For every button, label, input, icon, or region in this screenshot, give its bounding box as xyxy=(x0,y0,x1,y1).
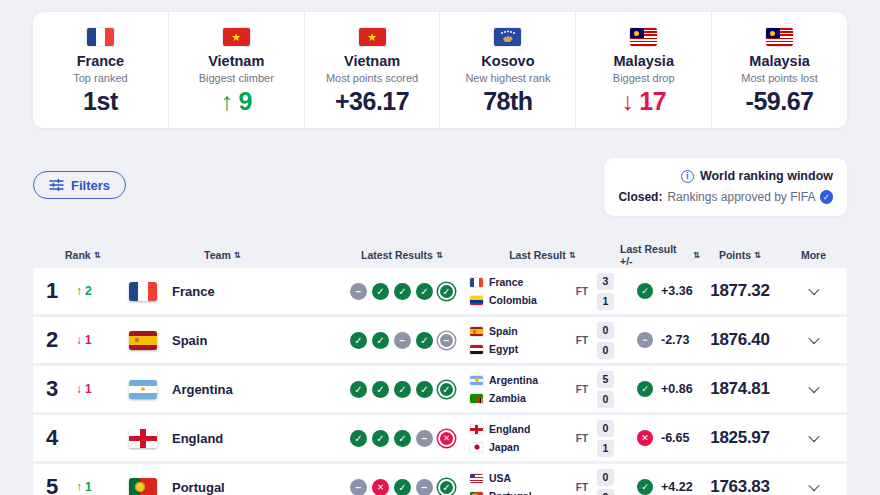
team-flag-icon xyxy=(129,429,157,448)
stat-value: +36.17 xyxy=(335,87,409,116)
up-arrow-icon xyxy=(221,87,233,116)
delta-result-icon xyxy=(637,479,653,495)
result-icon xyxy=(438,283,455,300)
chevron-down-icon[interactable] xyxy=(808,431,819,442)
stat-label: Biggest drop xyxy=(613,72,675,84)
sort-icon: ⇅ xyxy=(436,250,443,260)
away-flag-icon xyxy=(470,492,483,495)
result-icon xyxy=(372,381,389,398)
stat-value: 17 xyxy=(621,87,666,116)
stat-country: Vietnam xyxy=(208,53,264,69)
stat-label: New highest rank xyxy=(465,72,550,84)
home-flag-icon xyxy=(470,376,483,385)
header-last-result-delta[interactable]: Last Result +/-⇅ xyxy=(620,243,700,267)
chevron-down-icon[interactable] xyxy=(808,382,819,393)
home-team-name: Argentina xyxy=(489,374,538,386)
result-icon xyxy=(416,283,433,300)
away-flag-icon xyxy=(470,345,483,354)
header-latest-results[interactable]: Latest Results⇅ xyxy=(290,249,465,261)
stat-value: 9 xyxy=(221,87,252,116)
result-icon xyxy=(372,430,389,447)
result-icon xyxy=(438,430,455,447)
rank-number: 5 xyxy=(46,474,68,495)
result-icon xyxy=(438,479,455,495)
header-rank[interactable]: Rank⇅ xyxy=(33,249,115,261)
latest-results xyxy=(290,381,465,398)
stat-value: 1st xyxy=(83,87,118,116)
team-flag-icon xyxy=(129,478,157,495)
filters-label: Filters xyxy=(71,178,110,193)
result-icon xyxy=(438,381,455,398)
last-result: USA Portugal FT 02 xyxy=(465,469,620,495)
result-icon xyxy=(350,283,367,300)
home-score: 3 xyxy=(597,273,614,290)
table-row-france[interactable]: 12 France France Colombia FT 31 +3.36 18… xyxy=(33,268,847,314)
fifa-verified-icon xyxy=(820,190,834,204)
rank-number: 3 xyxy=(46,376,68,402)
team-name: Argentina xyxy=(172,382,233,397)
rank-change-arrow-icon xyxy=(76,333,82,347)
result-icon xyxy=(416,430,433,447)
chevron-down-icon[interactable] xyxy=(808,284,819,295)
header-team[interactable]: Team⇅ xyxy=(115,249,290,261)
table-row-portugal[interactable]: 51 Portugal USA Portugal FT 02 +4.22 176… xyxy=(33,464,847,495)
away-team-name: Colombia xyxy=(489,294,537,306)
delta-value: +3.36 xyxy=(661,284,693,298)
stat-label: Top ranked xyxy=(73,72,127,84)
delta-result-icon xyxy=(637,283,653,299)
delta-result-icon xyxy=(637,381,653,397)
stat-most-points-scored: Vietnam Most points scored +36.17 xyxy=(304,12,440,128)
away-team-name: Zambia xyxy=(489,392,526,404)
down-arrow-icon xyxy=(621,87,633,116)
ranking-window-title: World ranking window xyxy=(700,169,833,183)
match-status: FT xyxy=(576,384,588,395)
france-flag-icon xyxy=(87,28,114,46)
table-header-row: Rank⇅ Team⇅ Latest Results⇅ Last Result⇅… xyxy=(33,243,847,265)
home-team-name: France xyxy=(489,276,523,288)
away-score: 0 xyxy=(597,391,614,408)
table-row-argentina[interactable]: 31 Argentina Argentina Zambia FT 50 +0.8… xyxy=(33,366,847,412)
away-flag-icon xyxy=(470,443,483,452)
table-row-spain[interactable]: 21 Spain Spain Egypt FT 00 -2.73 1876.40 xyxy=(33,317,847,363)
away-score: 1 xyxy=(597,293,614,310)
stat-biggest-climber: Vietnam Biggest climber 9 xyxy=(168,12,304,128)
result-icon xyxy=(372,332,389,349)
points-value: 1763.83 xyxy=(700,477,780,495)
team-name: England xyxy=(172,431,223,446)
sliders-icon xyxy=(49,179,64,191)
result-icon xyxy=(372,479,389,495)
last-result: England Japan FT 01 xyxy=(465,420,620,457)
away-flag-icon xyxy=(470,394,483,403)
away-flag-icon xyxy=(470,296,483,305)
result-icon xyxy=(350,381,367,398)
info-icon[interactable] xyxy=(681,170,694,183)
rank-change-arrow-icon xyxy=(76,480,82,494)
result-icon xyxy=(416,332,433,349)
latest-results xyxy=(290,479,465,495)
kosovo-flag-icon xyxy=(494,28,521,46)
home-score: 0 xyxy=(597,469,614,486)
rank-change-arrow-icon xyxy=(76,284,82,298)
filters-button[interactable]: Filters xyxy=(33,171,126,199)
header-points[interactable]: Points⇅ xyxy=(700,249,780,261)
result-icon xyxy=(394,283,411,300)
match-status: FT xyxy=(576,286,588,297)
stat-country: France xyxy=(77,53,125,69)
stat-most-points-lost: Malaysia Most points lost -59.67 xyxy=(711,12,847,128)
chevron-down-icon[interactable] xyxy=(808,480,819,491)
table-row-england[interactable]: 4 England England Japan FT 01 -6.65 1825… xyxy=(33,415,847,461)
chevron-down-icon[interactable] xyxy=(808,333,819,344)
latest-results xyxy=(290,430,465,447)
home-team-name: USA xyxy=(489,472,511,484)
home-flag-icon xyxy=(470,278,483,287)
stat-country: Vietnam xyxy=(344,53,400,69)
header-last-result[interactable]: Last Result⇅ xyxy=(465,249,620,261)
stat-country: Malaysia xyxy=(613,53,673,69)
ranking-window-card: World ranking window Closed: Rankings ap… xyxy=(604,158,847,216)
latest-results xyxy=(290,283,465,300)
away-team-name: Japan xyxy=(489,441,519,453)
sort-icon: ⇅ xyxy=(693,250,700,260)
result-icon xyxy=(350,430,367,447)
team-name: Spain xyxy=(172,333,207,348)
stat-label: Most points lost xyxy=(741,72,817,84)
